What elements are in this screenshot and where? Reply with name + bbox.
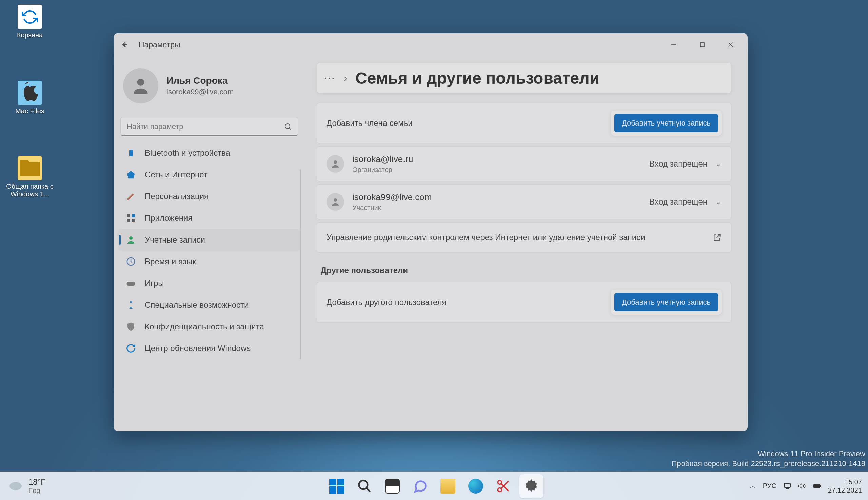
desktop-icon-label: Корзина	[6, 31, 54, 39]
search-icon	[284, 123, 292, 130]
clock-icon	[126, 257, 136, 266]
search-box[interactable]	[120, 117, 298, 136]
desktop-icon-label: Общая папка с Windows 1...	[6, 182, 54, 198]
sidebar-item-time[interactable]: Время и язык	[118, 251, 300, 272]
svg-point-18	[334, 198, 337, 202]
sidebar-item-accounts[interactable]: Учетные записи	[118, 229, 300, 251]
network-tray-icon[interactable]	[783, 482, 791, 490]
svg-point-23	[498, 488, 502, 491]
parental-control-row[interactable]: Управление родительским контролем через …	[317, 222, 731, 253]
window-title: Параметры	[139, 41, 181, 49]
sidebar-item-privacy[interactable]: Конфиденциальность и защита	[118, 316, 300, 338]
desktop-icon-shared[interactable]: Общая папка с Windows 1...	[6, 156, 54, 198]
scissors-icon	[496, 479, 511, 493]
time: 15:07	[828, 478, 862, 486]
family-member-row[interactable]: isoroka@live.ru Организатор Вход запреще…	[317, 146, 731, 181]
search-button[interactable]	[352, 474, 377, 498]
member-status: Вход запрещен	[649, 159, 707, 169]
svg-rect-11	[127, 219, 130, 222]
windows-icon	[329, 479, 344, 493]
sidebar-item-gaming[interactable]: Игры	[118, 272, 300, 294]
svg-rect-9	[127, 214, 130, 217]
desktop-icon-macfiles[interactable]: Mac Files	[6, 81, 54, 115]
add-other-account-button[interactable]: Добавить учетную запись	[614, 293, 718, 311]
explorer-button[interactable]	[436, 474, 460, 498]
apps-icon	[126, 213, 136, 223]
profile-block[interactable]: Илья Сорока isoroka99@live.com	[118, 60, 300, 114]
start-button[interactable]	[325, 474, 349, 498]
sidebar-item-label: Центр обновления Windows	[145, 344, 251, 353]
svg-rect-15	[127, 282, 135, 286]
sidebar-item-label: Приложения	[145, 213, 192, 223]
taskbar-apps	[325, 474, 543, 498]
desktop-icon-recycle[interactable]: Корзина	[6, 5, 54, 39]
system-tray: ︿ РУС 15:07 27.12.2021	[750, 478, 868, 494]
person-icon	[326, 193, 344, 211]
sidebar-scrollbar[interactable]	[300, 169, 301, 359]
taskview-icon	[385, 479, 400, 493]
add-family-label: Добавить члена семьи	[326, 118, 611, 128]
sidebar-item-label: Bluetooth и устройства	[145, 148, 230, 158]
folder-icon	[440, 479, 455, 493]
svg-point-13	[129, 236, 132, 240]
edge-button[interactable]	[464, 474, 488, 498]
svg-line-7	[289, 128, 291, 129]
sidebar-item-network[interactable]: Сеть и Интернет	[118, 164, 300, 185]
clock[interactable]: 15:07 27.12.2021	[828, 478, 862, 494]
close-button[interactable]	[718, 36, 743, 53]
chevron-down-icon: ⌄	[715, 159, 721, 168]
profile-email: isoroka99@live.com	[166, 88, 234, 96]
tray-chevron[interactable]: ︿	[750, 482, 756, 490]
svg-point-20	[359, 480, 368, 489]
update-icon	[126, 343, 136, 353]
chat-button[interactable]	[408, 474, 432, 498]
svg-line-21	[367, 488, 370, 491]
external-link-icon	[713, 233, 721, 242]
add-other-label: Добавить другого пользователя	[326, 297, 611, 307]
weather-icon	[8, 478, 24, 494]
member-role: Участник	[352, 204, 649, 212]
svg-point-5	[137, 79, 144, 86]
sidebar-item-apps[interactable]: Приложения	[118, 207, 300, 229]
taskbar: 18°F Fog ︿ РУС 15:07 27.12.2021	[0, 471, 868, 500]
sidebar-item-label: Конфиденциальность и защита	[145, 322, 264, 331]
sidebar-item-update[interactable]: Центр обновления Windows	[118, 338, 300, 359]
sidebar-item-accessibility[interactable]: Специальные возможности	[118, 294, 300, 316]
add-family-account-button[interactable]: Добавить учетную запись	[614, 114, 718, 132]
person-icon	[326, 155, 344, 173]
taskview-button[interactable]	[380, 474, 404, 498]
breadcrumb-overflow[interactable]: ⋯	[321, 71, 338, 85]
svg-rect-2	[700, 43, 704, 47]
date: 27.12.2021	[828, 486, 862, 494]
weather-condition: Fog	[28, 487, 46, 495]
search-icon	[357, 479, 372, 493]
family-member-row[interactable]: isoroka99@live.com Участник Вход запреще…	[317, 184, 731, 219]
svg-rect-8	[129, 150, 132, 156]
volume-tray-icon[interactable]	[798, 482, 806, 490]
maximize-button[interactable]	[690, 36, 714, 53]
chevron-right-icon: ›	[344, 72, 347, 84]
taskbar-weather[interactable]: 18°F Fog	[0, 477, 46, 495]
sidebar-item-label: Время и язык	[145, 257, 196, 266]
chat-icon	[413, 479, 428, 493]
svg-point-16	[130, 301, 132, 303]
parental-label: Управление родительским контролем через …	[326, 232, 713, 243]
breadcrumb: ⋯ › Семья и другие пользователи	[317, 63, 731, 93]
battery-tray-icon[interactable]	[813, 482, 821, 490]
page-title: Семья и другие пользователи	[355, 69, 600, 88]
sidebar-item-bluetooth[interactable]: Bluetooth и устройства	[118, 142, 300, 164]
minimize-button[interactable]	[661, 36, 686, 53]
language-indicator[interactable]: РУС	[763, 482, 776, 490]
sidebar-item-personalization[interactable]: Персонализация	[118, 185, 300, 207]
settings-button[interactable]	[519, 474, 543, 498]
snip-button[interactable]	[491, 474, 516, 498]
titlebar: Параметры	[114, 33, 748, 57]
back-button[interactable]	[118, 38, 131, 51]
sidebar-item-label: Специальные возможности	[145, 300, 248, 310]
member-status: Вход запрещен	[649, 197, 707, 207]
svg-point-22	[498, 480, 502, 484]
member-role: Организатор	[352, 166, 649, 174]
sidebar-item-label: Учетные записи	[145, 235, 205, 245]
search-input[interactable]	[127, 122, 284, 131]
sidebar-item-label: Сеть и Интернет	[145, 170, 208, 180]
